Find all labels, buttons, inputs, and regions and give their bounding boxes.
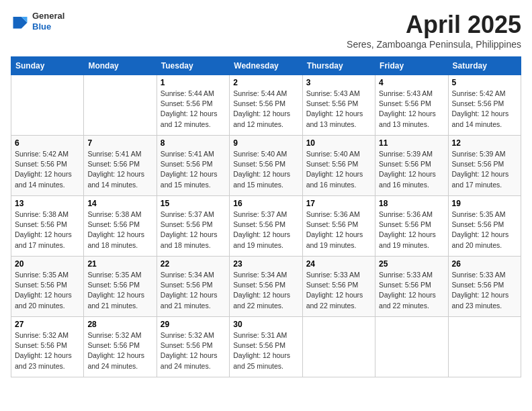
calendar-week-row: 20Sunrise: 5:35 AM Sunset: 5:56 PM Dayli… xyxy=(11,257,521,317)
day-number: 8 xyxy=(161,138,226,148)
day-info: Sunrise: 5:34 AM Sunset: 5:56 PM Dayligh… xyxy=(233,270,298,311)
logo-blue: Blue xyxy=(32,21,64,32)
day-info: Sunrise: 5:41 AM Sunset: 5:56 PM Dayligh… xyxy=(161,149,226,190)
day-info: Sunrise: 5:32 AM Sunset: 5:56 PM Dayligh… xyxy=(87,330,152,371)
logo: General Blue xyxy=(11,11,64,32)
day-number: 27 xyxy=(15,320,80,329)
day-info: Sunrise: 5:36 AM Sunset: 5:56 PM Dayligh… xyxy=(379,210,444,250)
calendar-cell xyxy=(448,317,521,377)
calendar-cell: 14Sunrise: 5:38 AM Sunset: 5:56 PM Dayli… xyxy=(84,196,157,257)
calendar-body: 1Sunrise: 5:44 AM Sunset: 5:56 PM Daylig… xyxy=(11,75,521,377)
day-number: 24 xyxy=(306,259,371,269)
day-number: 28 xyxy=(87,320,152,329)
day-number: 19 xyxy=(452,199,517,208)
day-info: Sunrise: 5:39 AM Sunset: 5:56 PM Dayligh… xyxy=(379,149,444,190)
day-number: 16 xyxy=(233,199,298,208)
day-number: 30 xyxy=(233,320,298,329)
day-info: Sunrise: 5:34 AM Sunset: 5:56 PM Dayligh… xyxy=(161,270,226,311)
day-number: 21 xyxy=(87,259,152,269)
day-number: 18 xyxy=(379,199,444,208)
calendar-week-row: 13Sunrise: 5:38 AM Sunset: 5:56 PM Dayli… xyxy=(11,196,521,257)
day-number: 10 xyxy=(306,138,371,148)
day-info: Sunrise: 5:40 AM Sunset: 5:56 PM Dayligh… xyxy=(306,149,371,190)
day-info: Sunrise: 5:35 AM Sunset: 5:56 PM Dayligh… xyxy=(15,270,80,311)
weekday-header: Tuesday xyxy=(157,57,229,75)
calendar-cell: 4Sunrise: 5:43 AM Sunset: 5:56 PM Daylig… xyxy=(375,75,448,136)
day-info: Sunrise: 5:43 AM Sunset: 5:56 PM Dayligh… xyxy=(379,89,444,130)
day-number: 4 xyxy=(379,78,444,87)
day-info: Sunrise: 5:42 AM Sunset: 5:56 PM Dayligh… xyxy=(15,149,80,190)
day-number: 25 xyxy=(379,259,444,269)
calendar-cell: 24Sunrise: 5:33 AM Sunset: 5:56 PM Dayli… xyxy=(302,257,375,317)
day-info: Sunrise: 5:35 AM Sunset: 5:56 PM Dayligh… xyxy=(87,270,152,311)
day-info: Sunrise: 5:33 AM Sunset: 5:56 PM Dayligh… xyxy=(452,270,517,311)
day-number: 9 xyxy=(233,138,298,148)
calendar-cell: 23Sunrise: 5:34 AM Sunset: 5:56 PM Dayli… xyxy=(230,257,302,317)
day-number: 22 xyxy=(161,259,226,269)
day-number: 15 xyxy=(161,199,226,208)
calendar-cell: 3Sunrise: 5:43 AM Sunset: 5:56 PM Daylig… xyxy=(302,75,375,136)
day-info: Sunrise: 5:42 AM Sunset: 5:56 PM Dayligh… xyxy=(452,89,517,130)
title-block: April 2025 Seres, Zamboanga Peninsula, P… xyxy=(347,11,521,50)
day-info: Sunrise: 5:44 AM Sunset: 5:56 PM Dayligh… xyxy=(161,89,226,130)
day-number: 7 xyxy=(87,138,152,148)
day-info: Sunrise: 5:35 AM Sunset: 5:56 PM Dayligh… xyxy=(452,210,517,250)
calendar-cell: 18Sunrise: 5:36 AM Sunset: 5:56 PM Dayli… xyxy=(375,196,448,257)
weekday-header: Monday xyxy=(84,57,157,75)
day-number: 26 xyxy=(452,259,517,269)
day-number: 14 xyxy=(87,199,152,208)
calendar-cell: 16Sunrise: 5:37 AM Sunset: 5:56 PM Dayli… xyxy=(230,196,302,257)
calendar-cell: 2Sunrise: 5:44 AM Sunset: 5:56 PM Daylig… xyxy=(230,75,302,136)
day-info: Sunrise: 5:38 AM Sunset: 5:56 PM Dayligh… xyxy=(15,210,80,250)
calendar-cell: 6Sunrise: 5:42 AM Sunset: 5:56 PM Daylig… xyxy=(11,136,84,196)
calendar-cell xyxy=(84,75,157,136)
calendar-cell: 9Sunrise: 5:40 AM Sunset: 5:56 PM Daylig… xyxy=(230,136,302,196)
calendar-cell: 21Sunrise: 5:35 AM Sunset: 5:56 PM Dayli… xyxy=(84,257,157,317)
calendar-cell xyxy=(375,317,448,377)
calendar-cell: 17Sunrise: 5:36 AM Sunset: 5:56 PM Dayli… xyxy=(302,196,375,257)
day-info: Sunrise: 5:39 AM Sunset: 5:56 PM Dayligh… xyxy=(452,149,517,190)
calendar-title: April 2025 xyxy=(347,11,521,39)
day-info: Sunrise: 5:31 AM Sunset: 5:56 PM Dayligh… xyxy=(233,330,298,371)
calendar-cell: 22Sunrise: 5:34 AM Sunset: 5:56 PM Dayli… xyxy=(157,257,229,317)
calendar-cell: 28Sunrise: 5:32 AM Sunset: 5:56 PM Dayli… xyxy=(84,317,157,377)
day-number: 3 xyxy=(306,78,371,87)
day-info: Sunrise: 5:33 AM Sunset: 5:56 PM Dayligh… xyxy=(379,270,444,311)
day-number: 2 xyxy=(233,78,298,87)
calendar-cell: 15Sunrise: 5:37 AM Sunset: 5:56 PM Dayli… xyxy=(157,196,229,257)
day-number: 12 xyxy=(452,138,517,148)
calendar-week-row: 6Sunrise: 5:42 AM Sunset: 5:56 PM Daylig… xyxy=(11,136,521,196)
day-number: 20 xyxy=(15,259,80,269)
calendar-cell: 8Sunrise: 5:41 AM Sunset: 5:56 PM Daylig… xyxy=(157,136,229,196)
day-info: Sunrise: 5:40 AM Sunset: 5:56 PM Dayligh… xyxy=(233,149,298,190)
calendar-table: SundayMondayTuesdayWednesdayThursdayFrid… xyxy=(11,56,521,377)
day-number: 11 xyxy=(379,138,444,148)
calendar-cell: 11Sunrise: 5:39 AM Sunset: 5:56 PM Dayli… xyxy=(375,136,448,196)
calendar-week-row: 1Sunrise: 5:44 AM Sunset: 5:56 PM Daylig… xyxy=(11,75,521,136)
day-info: Sunrise: 5:41 AM Sunset: 5:56 PM Dayligh… xyxy=(87,149,152,190)
day-info: Sunrise: 5:38 AM Sunset: 5:56 PM Dayligh… xyxy=(87,210,152,250)
calendar-cell: 27Sunrise: 5:32 AM Sunset: 5:56 PM Dayli… xyxy=(11,317,84,377)
calendar-cell xyxy=(11,75,84,136)
day-info: Sunrise: 5:44 AM Sunset: 5:56 PM Dayligh… xyxy=(233,89,298,130)
day-info: Sunrise: 5:32 AM Sunset: 5:56 PM Dayligh… xyxy=(15,330,80,371)
calendar-cell xyxy=(302,317,375,377)
calendar-cell: 13Sunrise: 5:38 AM Sunset: 5:56 PM Dayli… xyxy=(11,196,84,257)
weekday-header: Friday xyxy=(375,57,448,75)
calendar-cell: 7Sunrise: 5:41 AM Sunset: 5:56 PM Daylig… xyxy=(84,136,157,196)
calendar-header: SundayMondayTuesdayWednesdayThursdayFrid… xyxy=(11,57,521,75)
logo-general: General xyxy=(32,11,64,21)
calendar-cell: 1Sunrise: 5:44 AM Sunset: 5:56 PM Daylig… xyxy=(157,75,229,136)
day-info: Sunrise: 5:36 AM Sunset: 5:56 PM Dayligh… xyxy=(306,210,371,250)
calendar-cell: 30Sunrise: 5:31 AM Sunset: 5:56 PM Dayli… xyxy=(230,317,302,377)
weekday-header: Thursday xyxy=(302,57,375,75)
day-number: 6 xyxy=(15,138,80,148)
calendar-cell: 20Sunrise: 5:35 AM Sunset: 5:56 PM Dayli… xyxy=(11,257,84,317)
calendar-cell: 12Sunrise: 5:39 AM Sunset: 5:56 PM Dayli… xyxy=(448,136,521,196)
day-number: 17 xyxy=(306,199,371,208)
day-info: Sunrise: 5:33 AM Sunset: 5:56 PM Dayligh… xyxy=(306,270,371,311)
weekday-header: Saturday xyxy=(448,57,521,75)
day-number: 5 xyxy=(452,78,517,87)
day-number: 23 xyxy=(233,259,298,269)
calendar-cell: 25Sunrise: 5:33 AM Sunset: 5:56 PM Dayli… xyxy=(375,257,448,317)
